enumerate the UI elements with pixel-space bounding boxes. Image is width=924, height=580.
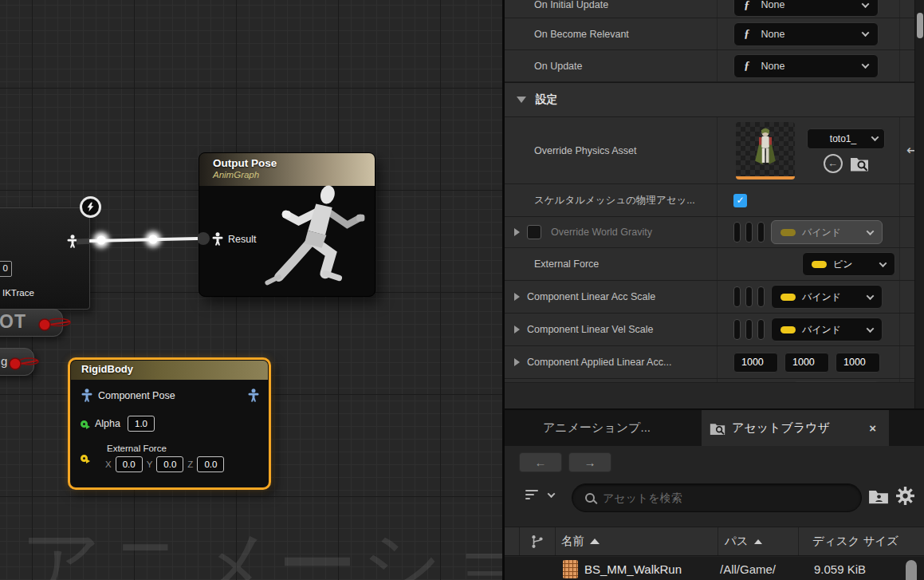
settings-gear-icon[interactable] [895,486,915,506]
details-filler [505,383,924,408]
vector-y-field[interactable]: 1000 [784,353,829,373]
pin-dropdown[interactable]: ピン [802,252,895,276]
column-source-control[interactable] [519,527,555,555]
axis-y-label: Y [147,460,153,469]
iktrace-label: IKTrace [2,288,34,298]
z-value-field[interactable]: 0.0 [197,456,224,472]
filter-chevron-down-icon[interactable] [548,490,556,498]
row-label: スケルタルメッシュの物理アセッ... [534,194,695,207]
category-settings[interactable]: 設定 [505,82,924,117]
table-scrollbar-thumb[interactable] [906,560,917,580]
expander-arrow-icon[interactable] [514,228,520,236]
external-force-pin[interactable] [81,455,88,462]
physics-asset-dropdown[interactable]: toto1_ [807,128,885,149]
vector-x-field[interactable]: 1000 [733,353,778,373]
details-panel: On Initial Update ƒ None On Become Relev… [502,0,924,408]
search-icon [585,493,595,503]
alpha-pin[interactable] [81,420,88,428]
physics-asset-thumbnail[interactable] [736,122,795,180]
checkbox-checked[interactable]: ✓ [733,194,747,207]
iktrace-value-field[interactable]: 0 [0,261,12,277]
row-label: Override Physics Asset [534,145,637,156]
fast-path-lightning-icon [80,196,101,218]
bind-dropdown[interactable]: バインド [771,285,883,309]
sort-ascending-icon [590,539,600,544]
tab-asset-browser[interactable]: アセットブラウザ × [702,410,889,446]
rigidbody-header[interactable]: RigidBody [71,361,268,380]
row-label: External Force [534,258,599,270]
back-button[interactable]: ← [519,452,562,472]
asset-type-color-bar [736,176,795,180]
y-value-field[interactable]: 0.0 [156,456,183,472]
vector-fields-collapsed[interactable] [733,286,765,307]
row-label: Component Linear Acc Scale [527,291,655,302]
function-icon: ƒ [744,59,750,73]
details-row-mesh-physics-asset: スケルタルメッシュの物理アセッ... ✓ [505,184,924,217]
details-row-partial [505,379,924,383]
result-pose-pin[interactable] [212,232,223,246]
branch-icon [529,534,545,550]
chevron-down-icon [867,227,875,235]
details-row-on-update: On Update ƒ None [505,50,924,82]
bind-pill-icon [780,229,796,236]
column-name[interactable]: 名前 [555,527,718,555]
output-pose-header[interactable]: Output Pose AnimGraph [199,153,375,186]
asset-search-box[interactable] [572,483,862,512]
node-output-pose[interactable]: Output Pose AnimGraph Result [199,152,375,297]
pose-output-pin[interactable] [67,235,78,248]
row-label: On Become Relevant [534,29,629,40]
column-disk-size[interactable]: ディスク サイズ [798,527,924,555]
graph-watermark: アニメーション [21,512,502,580]
close-tab-icon[interactable]: × [866,421,879,435]
asset-table: 名前 パス ディスク サイズ BS_MM_WalkRun /All/Game/ … [505,527,924,580]
vector-fields-collapsed[interactable] [733,319,765,340]
bind-dropdown[interactable]: バインド [771,220,883,244]
expander-arrow-icon[interactable] [514,293,520,301]
function-picker-button[interactable]: ƒ None [733,22,879,46]
component-pose-input-pin[interactable] [81,389,92,402]
blendspace-asset-icon [563,560,578,578]
x-value-field[interactable]: 0.0 [116,456,143,472]
chevron-down-icon [871,133,879,141]
bind-dropdown[interactable]: バインド [771,318,883,341]
tab-animation-preview[interactable]: アニメーションプ... [543,410,651,446]
details-row-external-force: External Force ピン [505,248,924,281]
bind-pill-icon [780,326,796,333]
checkbox-unchecked[interactable] [527,225,541,239]
chevron-down-icon [867,325,875,333]
expander-arrow-icon[interactable] [514,326,520,333]
details-row-component-linear-acc-scale: Component Linear Acc Scale バインド [505,281,924,314]
alpha-value-field[interactable]: 1.0 [128,416,155,432]
function-icon: ƒ [744,27,750,41]
asset-browser-panel: アニメーションプ... アセットブラウザ × ← → [502,408,924,580]
browse-to-asset-icon[interactable] [850,154,869,173]
filter-icon[interactable] [525,490,540,501]
column-path[interactable]: パス [718,527,798,555]
node-rigidbody[interactable]: RigidBody Component Pose Alpha 1.0 Exter… [68,357,271,490]
details-scrollbar[interactable] [914,0,924,408]
running-mannequin-image [254,182,372,292]
search-input[interactable] [603,491,851,504]
row-label: On Update [534,61,582,72]
partial-widget[interactable] [792,381,881,382]
node-stub-g[interactable]: g [0,348,34,376]
forward-button[interactable]: → [568,452,611,472]
vector-z-field[interactable]: 1000 [836,353,880,373]
vector-fields-collapsed[interactable] [733,222,765,243]
scrollbar-thumb[interactable] [917,13,923,38]
node-subtitle: AnimGraph [213,170,375,180]
folder-icon[interactable] [868,488,889,504]
rigidbody-output-pose-pin[interactable] [248,389,259,402]
asset-row[interactable]: BS_MM_WalkRun /All/Game/ 9.059 KiB [505,557,924,580]
use-selected-asset-icon[interactable]: ← [824,154,843,173]
function-picker-button[interactable]: ƒ None [733,0,879,17]
bind-pill-icon [780,294,796,301]
node-stub-ot[interactable]: OT [0,309,63,337]
physics-asset-preview [741,125,789,176]
details-row-on-initial-update: On Initial Update ƒ None [505,0,924,18]
function-picker-button[interactable]: ƒ None [733,54,879,78]
row-label: On Initial Update [534,0,608,10]
animgraph-canvas[interactable]: アニメーション 0 IKTrace Output Pose AnimGraph … [0,0,502,580]
expander-arrow-icon[interactable] [514,358,520,366]
details-row-on-become-relevant: On Become Relevant ƒ None [505,18,924,50]
